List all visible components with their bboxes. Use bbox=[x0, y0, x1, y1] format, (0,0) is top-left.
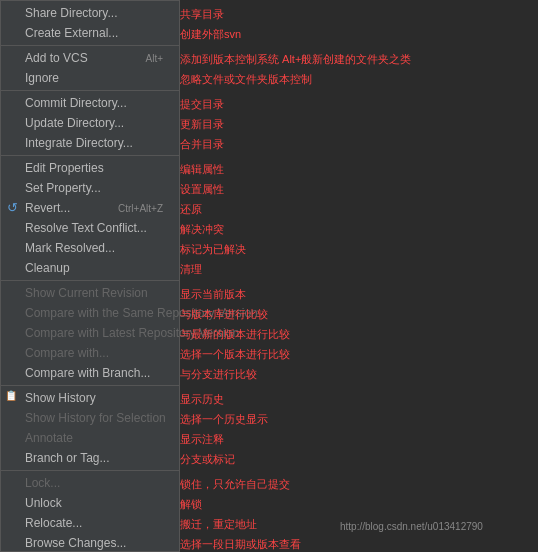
annotation-ignore: 忽略文件或文件夹版本控制 bbox=[180, 72, 312, 87]
annotation-show-history-selection: 选择一个历史显示 bbox=[180, 412, 268, 427]
annotation-commit-directory: 提交目录 bbox=[180, 97, 224, 112]
menu-container: Share Directory...Create External...Add … bbox=[0, 0, 538, 552]
annotation-mark-resolved: 标记为已解决 bbox=[180, 242, 246, 257]
annotation-relocate: 搬迁，重定地址 bbox=[180, 517, 257, 532]
menu-item-label-create-external: Create External... bbox=[25, 26, 118, 40]
annotation-lock: 锁住，只允许自己提交 bbox=[180, 477, 290, 492]
annotations-panel: 共享目录创建外部svn添加到版本控制系统 Alt+般新创建的文件夹之类忽略文件或… bbox=[180, 0, 538, 552]
separator-separator5 bbox=[1, 385, 179, 386]
menu-item-label-relocate: Relocate... bbox=[25, 516, 82, 530]
menu-item-integrate-directory[interactable]: Integrate Directory... bbox=[1, 133, 179, 153]
menu-item-edit-properties[interactable]: Edit Properties bbox=[1, 158, 179, 178]
annotation-resolve-text-conflict: 解决冲突 bbox=[180, 222, 224, 237]
menu-item-show-history-selection: Show History for Selection bbox=[1, 408, 179, 428]
annotation-cleanup: 清理 bbox=[180, 262, 202, 277]
menu-item-update-directory[interactable]: Update Directory... bbox=[1, 113, 179, 133]
shortcut-add-to-vcs: Alt+ bbox=[125, 53, 163, 64]
menu-item-annotate: Annotate bbox=[1, 428, 179, 448]
menu-item-commit-directory[interactable]: Commit Directory... bbox=[1, 93, 179, 113]
menu-item-label-branch-or-tag: Branch or Tag... bbox=[25, 451, 110, 465]
menu-item-label-lock: Lock... bbox=[25, 476, 60, 490]
menu-item-label-unlock: Unlock bbox=[25, 496, 62, 510]
menu-item-label-update-directory: Update Directory... bbox=[25, 116, 124, 130]
context-menu: Share Directory...Create External...Add … bbox=[0, 0, 180, 552]
menu-item-label-revert: Revert... bbox=[25, 201, 70, 215]
annotation-add-to-vcs: 添加到版本控制系统 Alt+般新创建的文件夹之类 bbox=[180, 52, 411, 67]
annotation-compare-latest-repository: 与最新的版本进行比较 bbox=[180, 327, 290, 342]
separator-separator6 bbox=[1, 470, 179, 471]
menu-item-label-integrate-directory: Integrate Directory... bbox=[25, 136, 133, 150]
annotation-revert: 还原 bbox=[180, 202, 202, 217]
menu-item-label-share-directory: Share Directory... bbox=[25, 6, 117, 20]
annotation-create-external: 创建外部svn bbox=[180, 27, 241, 42]
menu-item-share-directory[interactable]: Share Directory... bbox=[1, 3, 179, 23]
menu-item-relocate[interactable]: Relocate... bbox=[1, 513, 179, 533]
annotation-share-directory: 共享目录 bbox=[180, 7, 224, 22]
annotation-compare-branch: 与分支进行比较 bbox=[180, 367, 257, 382]
annotation-set-property: 设置属性 bbox=[180, 182, 224, 197]
annotation-branch-or-tag: 分支或标记 bbox=[180, 452, 235, 467]
menu-item-compare-same-repository: Compare with the Same Repository Version bbox=[1, 303, 179, 323]
separator-separator3 bbox=[1, 155, 179, 156]
menu-item-mark-resolved[interactable]: Mark Resolved... bbox=[1, 238, 179, 258]
annotation-integrate-directory: 合并目录 bbox=[180, 137, 224, 152]
separator-separator2 bbox=[1, 90, 179, 91]
annotation-update-directory: 更新目录 bbox=[180, 117, 224, 132]
menu-item-label-add-to-vcs: Add to VCS bbox=[25, 51, 88, 65]
shortcut-revert: Ctrl+Alt+Z bbox=[98, 203, 163, 214]
menu-item-show-history[interactable]: Show History bbox=[1, 388, 179, 408]
menu-item-compare-latest-repository: Compare with Latest Repository Version bbox=[1, 323, 179, 343]
annotation-unlock: 解锁 bbox=[180, 497, 202, 512]
menu-item-create-external[interactable]: Create External... bbox=[1, 23, 179, 43]
menu-item-label-annotate: Annotate bbox=[25, 431, 73, 445]
menu-item-revert[interactable]: Revert...Ctrl+Alt+Z bbox=[1, 198, 179, 218]
menu-item-label-show-history: Show History bbox=[25, 391, 96, 405]
separator-separator4 bbox=[1, 280, 179, 281]
menu-item-ignore[interactable]: Ignore bbox=[1, 68, 179, 88]
menu-item-cleanup[interactable]: Cleanup bbox=[1, 258, 179, 278]
menu-item-label-show-history-selection: Show History for Selection bbox=[25, 411, 166, 425]
menu-item-label-commit-directory: Commit Directory... bbox=[25, 96, 127, 110]
menu-item-label-compare-branch: Compare with Branch... bbox=[25, 366, 150, 380]
menu-item-label-cleanup: Cleanup bbox=[25, 261, 70, 275]
separator-separator1 bbox=[1, 45, 179, 46]
annotation-edit-properties: 编辑属性 bbox=[180, 162, 224, 177]
menu-item-label-edit-properties: Edit Properties bbox=[25, 161, 104, 175]
menu-item-lock: Lock... bbox=[1, 473, 179, 493]
menu-item-show-current-revision: Show Current Revision bbox=[1, 283, 179, 303]
menu-item-branch-or-tag[interactable]: Branch or Tag... bbox=[1, 448, 179, 468]
menu-item-compare-with: Compare with... bbox=[1, 343, 179, 363]
menu-item-set-property[interactable]: Set Property... bbox=[1, 178, 179, 198]
menu-item-add-to-vcs[interactable]: Add to VCSAlt+ bbox=[1, 48, 179, 68]
annotation-compare-same-repository: 与版本库进行比较 bbox=[180, 307, 268, 322]
menu-item-label-show-current-revision: Show Current Revision bbox=[25, 286, 148, 300]
annotation-browse-changes: 选择一段日期或版本查看 bbox=[180, 537, 301, 552]
annotation-show-history: 显示历史 bbox=[180, 392, 224, 407]
menu-item-browse-changes[interactable]: Browse Changes... bbox=[1, 533, 179, 552]
watermark: http://blog.csdn.net/u013412790 bbox=[340, 521, 483, 532]
menu-item-label-mark-resolved: Mark Resolved... bbox=[25, 241, 115, 255]
menu-item-label-compare-with: Compare with... bbox=[25, 346, 109, 360]
menu-item-label-set-property: Set Property... bbox=[25, 181, 101, 195]
annotation-annotate: 显示注释 bbox=[180, 432, 224, 447]
menu-item-unlock[interactable]: Unlock bbox=[1, 493, 179, 513]
menu-item-label-browse-changes: Browse Changes... bbox=[25, 536, 126, 550]
annotation-show-current-revision: 显示当前版本 bbox=[180, 287, 246, 302]
menu-item-label-resolve-text-conflict: Resolve Text Conflict... bbox=[25, 221, 147, 235]
menu-item-resolve-text-conflict[interactable]: Resolve Text Conflict... bbox=[1, 218, 179, 238]
annotation-compare-with: 选择一个版本进行比较 bbox=[180, 347, 290, 362]
menu-item-compare-branch[interactable]: Compare with Branch... bbox=[1, 363, 179, 383]
menu-item-label-ignore: Ignore bbox=[25, 71, 59, 85]
